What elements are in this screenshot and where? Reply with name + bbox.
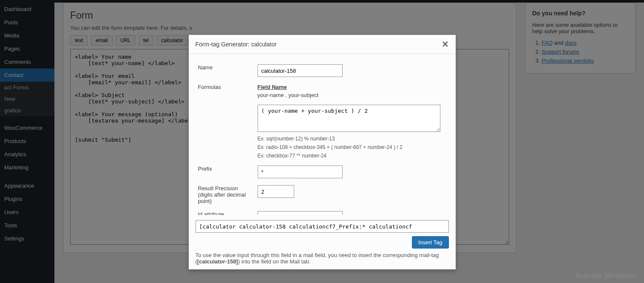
formula-ex3: Ex: checkbox-77 ** number-24 (258, 153, 446, 159)
modal-title: Form-tag Generator: calculator (196, 41, 277, 48)
modal-overlay[interactable]: Form-tag Generator: calculator ✕ Name Fo… (0, 0, 644, 283)
label-formulas: Formulas (196, 80, 255, 162)
formula-ex2: Ex: radio-108 + checkbox-345 + ( number-… (258, 144, 446, 150)
field-hint: your-name , your-subject (258, 92, 319, 98)
formula-input[interactable]: ( your-name + your-subject ) / 2 (258, 105, 440, 132)
label-id: Id attribute (196, 208, 255, 215)
label-prefix: Prefix (196, 162, 255, 182)
label-name: Name (196, 61, 255, 80)
precision-input[interactable] (258, 185, 294, 198)
field-name-heading: Field Name (258, 84, 287, 90)
prefix-input[interactable] (258, 166, 343, 178)
activate-windows-watermark: Activate Windows (575, 272, 635, 280)
modal-close-button[interactable]: ✕ (442, 39, 449, 49)
generated-tag-output[interactable] (196, 220, 449, 233)
id-input[interactable] (258, 211, 343, 215)
modal-footer-note: To use the value input through this fiel… (196, 252, 449, 265)
form-tag-generator-modal: Form-tag Generator: calculator ✕ Name Fo… (189, 35, 456, 269)
formula-ex1: Ex: sqrt(number-12) % number-13 (258, 136, 446, 142)
name-input[interactable] (258, 64, 343, 77)
label-precision: Result Precision (digits after decimal p… (196, 182, 255, 208)
insert-tag-button[interactable]: Insert Tag (412, 236, 449, 249)
